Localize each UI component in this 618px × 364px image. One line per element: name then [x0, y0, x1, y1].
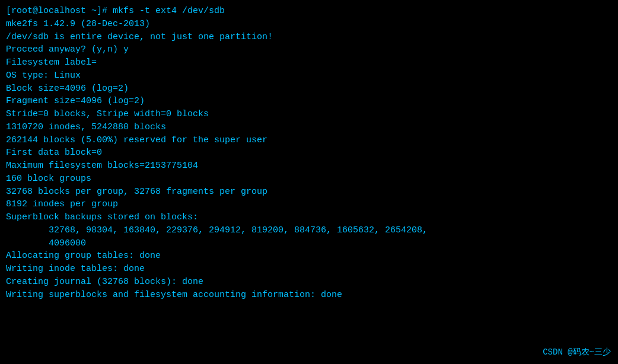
terminal-line: mke2fs 1.42.9 (28-Dec-2013): [6, 18, 612, 31]
terminal-line: 8192 inodes per group: [6, 198, 612, 211]
terminal-line: OS type: Linux: [6, 69, 612, 82]
terminal-line: 32768, 98304, 163840, 229376, 294912, 81…: [6, 224, 612, 237]
terminal-line: Writing superblocks and filesystem accou…: [6, 289, 612, 302]
terminal-line: Filesystem label=: [6, 56, 612, 69]
terminal-line: /dev/sdb is entire device, not just one …: [6, 31, 612, 44]
terminal-line: 32768 blocks per group, 32768 fragments …: [6, 186, 612, 199]
terminal-line: [root@localhost ~]# mkfs -t ext4 /dev/sd…: [6, 5, 612, 18]
terminal-window: [root@localhost ~]# mkfs -t ext4 /dev/sd…: [0, 0, 618, 364]
terminal-line: Block size=4096 (log=2): [6, 82, 612, 95]
terminal-line: Maximum filesystem blocks=2153775104: [6, 159, 612, 173]
terminal-line: Writing inode tables: done: [6, 263, 612, 276]
terminal-line: Superblock backups stored on blocks:: [6, 211, 612, 224]
terminal-line: Creating journal (32768 blocks): done: [6, 276, 612, 289]
watermark: CSDN @码农~三少: [543, 346, 611, 358]
terminal-line: 1310720 inodes, 5242880 blocks: [6, 121, 612, 134]
terminal-line: 262144 blocks (5.00%) reserved for the s…: [6, 134, 612, 147]
terminal-line: 4096000: [6, 237, 612, 250]
terminal-line: Allocating group tables: done: [6, 250, 612, 263]
terminal-line: Proceed anyway? (y,n) y: [6, 43, 612, 56]
terminal-line: 160 block groups: [6, 173, 612, 186]
terminal-line: First data block=0: [6, 146, 612, 159]
terminal-line: Stride=0 blocks, Stripe width=0 blocks: [6, 108, 612, 121]
terminal-line: Fragment size=4096 (log=2): [6, 95, 612, 108]
terminal-output: [root@localhost ~]# mkfs -t ext4 /dev/sd…: [6, 5, 612, 301]
